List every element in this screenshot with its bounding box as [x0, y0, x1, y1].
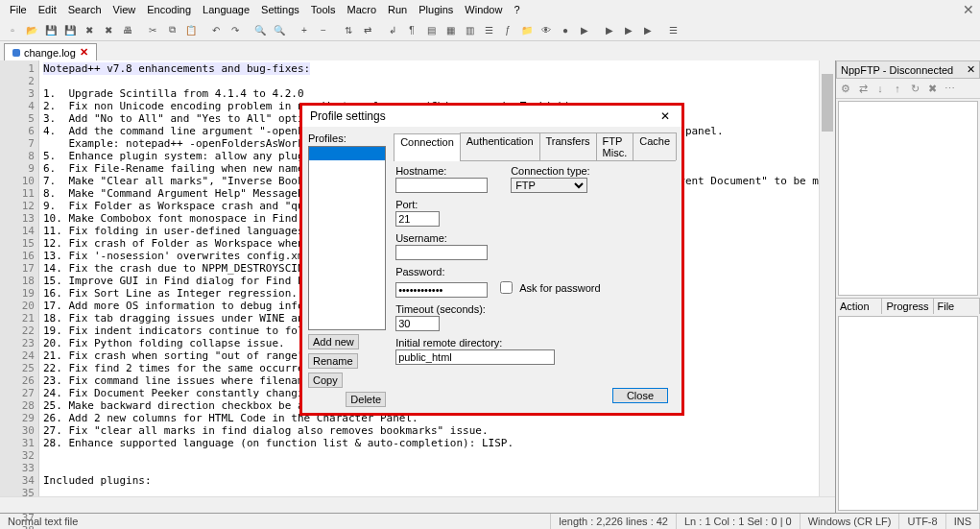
menu-file[interactable]: File: [4, 2, 33, 17]
panel-close-icon[interactable]: ✕: [967, 63, 975, 76]
ftp-tool-6[interactable]: ⋯: [942, 81, 957, 96]
func-list-icon[interactable]: ƒ: [499, 21, 516, 38]
save-icon[interactable]: 💾: [42, 21, 60, 38]
status-insertmode: INS: [946, 514, 980, 529]
file-modified-icon: [12, 49, 20, 57]
remotedir-label: Initial remote directory:: [395, 337, 674, 349]
menu-settings[interactable]: Settings: [255, 2, 305, 17]
dialog-close-icon[interactable]: ✕: [657, 109, 674, 123]
profile-item-selected[interactable]: [309, 147, 385, 160]
menu-window[interactable]: Window: [459, 2, 508, 17]
plugin-icon[interactable]: ☰: [664, 21, 681, 38]
ftp-tab-action[interactable]: Action: [836, 299, 882, 314]
folder-icon[interactable]: 📁: [518, 21, 536, 38]
doc-map-icon[interactable]: ▥: [461, 21, 478, 38]
window-close-icon[interactable]: ✕: [963, 2, 974, 17]
username-input[interactable]: [395, 245, 488, 260]
menubar: FileEditSearchViewEncodingLanguageSettin…: [0, 0, 980, 19]
close-tab-icon[interactable]: ✕: [80, 46, 88, 59]
menu-[interactable]: ?: [508, 2, 525, 17]
cut-icon[interactable]: ✂: [144, 21, 161, 38]
play-icon[interactable]: ▶: [576, 21, 593, 38]
password-label: Password:: [395, 266, 674, 277]
ftp-tool-5[interactable]: ✖: [924, 81, 940, 96]
menu-run[interactable]: Run: [382, 2, 413, 17]
ftp-tool-3[interactable]: ↑: [890, 81, 905, 96]
dlg-tab-transfers[interactable]: Transfers: [539, 132, 597, 160]
macro1-icon[interactable]: ▶: [601, 21, 618, 38]
new-file-icon[interactable]: ▫: [4, 21, 21, 38]
word-wrap-icon[interactable]: ↲: [384, 21, 401, 38]
timeout-label: Timeout (seconds):: [395, 303, 674, 315]
zoom-out-icon[interactable]: −: [315, 21, 332, 38]
dlg-tab-cache[interactable]: Cache: [633, 132, 677, 160]
menu-encoding[interactable]: Encoding: [141, 2, 197, 17]
print-icon[interactable]: 🖶: [119, 21, 136, 38]
sync-v-icon[interactable]: ⇅: [340, 21, 357, 38]
ftp-tool-1[interactable]: ⇄: [855, 81, 871, 96]
ftp-tab-file[interactable]: File: [934, 299, 980, 314]
macro3-icon[interactable]: ▶: [639, 21, 657, 38]
copy-icon[interactable]: ⧉: [163, 21, 180, 38]
sync-h-icon[interactable]: ⇄: [359, 21, 376, 38]
line-number-gutter: 1 2 3 4 5 6 7 8 9 10 11 12 13 14 15 16 1…: [0, 60, 39, 513]
menu-edit[interactable]: Edit: [33, 2, 62, 17]
menu-macro[interactable]: Macro: [341, 2, 382, 17]
indent-guide-icon[interactable]: ▤: [422, 21, 440, 38]
record-icon[interactable]: ●: [557, 21, 574, 38]
macro2-icon[interactable]: ▶: [620, 21, 637, 38]
undo-icon[interactable]: ↶: [207, 21, 225, 38]
dlg-tab-connection[interactable]: Connection: [394, 133, 461, 161]
replace-icon[interactable]: 🔍: [271, 21, 288, 38]
editor-scrollbar-horizontal[interactable]: [0, 496, 835, 513]
zoom-in-icon[interactable]: +: [296, 21, 313, 38]
menu-search[interactable]: Search: [62, 2, 108, 17]
ftp-tool-0[interactable]: ⚙: [838, 81, 853, 96]
rename-button[interactable]: Rename: [308, 353, 358, 369]
profiles-label: Profiles:: [308, 132, 386, 144]
timeout-input[interactable]: [395, 316, 440, 331]
askpassword-checkbox[interactable]: [500, 281, 513, 294]
status-filetype: Normal text file: [0, 514, 551, 529]
close-all-icon[interactable]: ✖: [100, 21, 117, 38]
nppftp-status-tabs: ActionProgressFile: [836, 298, 980, 314]
redo-icon[interactable]: ↷: [227, 21, 244, 38]
dlg-tab-authentication[interactable]: Authentication: [460, 132, 540, 160]
monitor-icon[interactable]: 👁: [538, 21, 555, 38]
copy-button[interactable]: Copy: [308, 373, 343, 388]
status-position: Ln : 1 Col : 1 Sel : 0 | 0: [677, 514, 801, 529]
close-icon[interactable]: ✖: [81, 21, 98, 38]
delete-button[interactable]: Delete: [346, 392, 386, 407]
nppftp-panel: NppFTP - Disconnected ✕ ⚙⇄↓↑↻✖⋯ ActionPr…: [835, 60, 980, 513]
show-all-icon[interactable]: ¶: [403, 21, 420, 38]
remotedir-input[interactable]: [395, 349, 555, 365]
menu-plugins[interactable]: Plugins: [413, 2, 459, 17]
profiles-listbox[interactable]: [308, 146, 386, 330]
lang-icon[interactable]: ▦: [442, 21, 459, 38]
paste-icon[interactable]: 📋: [182, 21, 200, 38]
add-new-button[interactable]: Add new: [308, 334, 359, 349]
nppftp-title: NppFTP - Disconnected: [841, 64, 953, 76]
password-input[interactable]: [395, 282, 488, 298]
editor-scrollbar-vertical[interactable]: [819, 60, 835, 513]
ftp-tool-2[interactable]: ↓: [872, 81, 888, 96]
conntype-select[interactable]: FTP: [511, 178, 587, 193]
doc-list-icon[interactable]: ☰: [480, 21, 497, 38]
ftp-tool-4[interactable]: ↻: [907, 81, 922, 96]
document-tabbar: change.log ✕: [0, 41, 980, 60]
menu-tools[interactable]: Tools: [305, 2, 342, 17]
status-eol: Windows (CR LF): [801, 514, 900, 529]
menu-language[interactable]: Language: [197, 2, 255, 17]
file-tab-changelog[interactable]: change.log ✕: [4, 43, 97, 60]
find-icon[interactable]: 🔍: [251, 21, 269, 38]
save-all-icon[interactable]: 💾: [61, 21, 79, 38]
menu-view[interactable]: View: [108, 2, 142, 17]
port-input[interactable]: [395, 211, 440, 227]
ftp-tab-progress[interactable]: Progress: [882, 299, 933, 314]
open-file-icon[interactable]: 📂: [23, 21, 40, 38]
dlg-tab-ftpmisc[interactable]: FTP Misc.: [596, 132, 634, 160]
hostname-input[interactable]: [395, 178, 488, 193]
profile-settings-dialog: Profile settings ✕ Profiles: Add new Ren…: [299, 103, 684, 416]
close-button[interactable]: Close: [612, 388, 668, 403]
nppftp-tree[interactable]: [838, 101, 978, 296]
